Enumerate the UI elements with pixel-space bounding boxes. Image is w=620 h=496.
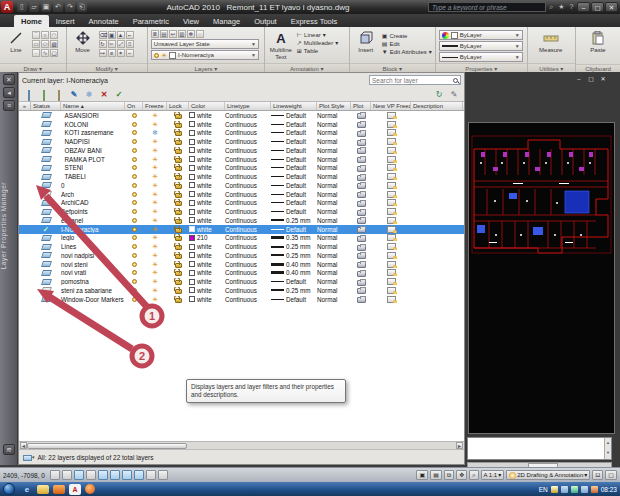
lineweight[interactable]: Default: [271, 278, 317, 285]
table-button[interactable]: ⊞Table: [297, 47, 338, 54]
plot-icon[interactable]: [351, 260, 371, 268]
plot-icon[interactable]: [351, 190, 371, 198]
new-vp-freeze-icon[interactable]: [371, 252, 411, 259]
plot-icon[interactable]: [351, 278, 371, 286]
color-swatch[interactable]: white: [189, 252, 225, 259]
lineweight[interactable]: 0.40 mm: [271, 269, 317, 276]
new-vp-freeze-icon[interactable]: [371, 278, 411, 285]
scale-icon[interactable]: ⤢: [117, 40, 125, 48]
panel-label-draw[interactable]: Draw ▾: [0, 63, 66, 72]
lineweight[interactable]: Default: [271, 129, 317, 136]
column-header-color[interactable]: Color: [189, 102, 225, 110]
start-button[interactable]: [3, 483, 15, 495]
ribbon-tab-annotate[interactable]: Annotate: [82, 15, 126, 27]
linetype[interactable]: Continuous: [225, 261, 271, 268]
on-bulb-icon[interactable]: [125, 227, 143, 232]
freeze-icon[interactable]: ☀: [143, 234, 167, 241]
linetype[interactable]: Continuous: [225, 156, 271, 163]
statusbar-toggle-5[interactable]: [98, 470, 108, 480]
lock-icon[interactable]: [167, 208, 189, 215]
statusbar-toggle-6[interactable]: [110, 470, 120, 480]
plot-icon[interactable]: [351, 269, 371, 277]
lock-icon[interactable]: [167, 173, 189, 180]
favorites-star-icon[interactable]: ★: [557, 2, 566, 12]
panel-label-modify[interactable]: Modify ▾: [67, 63, 147, 72]
on-bulb-icon[interactable]: [125, 244, 143, 249]
freeze-icon[interactable]: ☀: [143, 217, 167, 224]
set-current-button[interactable]: ✓: [113, 89, 125, 100]
color-swatch[interactable]: white: [189, 278, 225, 285]
lock-icon[interactable]: [167, 147, 189, 154]
layer-name[interactable]: _RAMKA PLOT: [61, 156, 125, 163]
lock-icon[interactable]: [167, 191, 189, 198]
on-bulb-icon[interactable]: [125, 139, 143, 144]
lineweight-dropdown[interactable]: ByLayer▼: [439, 41, 523, 51]
column-header-freeze[interactable]: Freeze: [143, 102, 167, 110]
layer-off-icon[interactable]: ◌: [196, 30, 204, 38]
freeze-icon[interactable]: ☀: [143, 191, 167, 198]
multileader-button[interactable]: ↗Multileader ▾: [297, 39, 338, 46]
lineweight[interactable]: Default: [271, 164, 317, 171]
new-group-filter-button[interactable]: [38, 89, 50, 100]
autocad-logo-icon[interactable]: A: [1, 1, 13, 13]
freeze-icon[interactable]: ☀: [143, 296, 167, 303]
freeze-icon[interactable]: ☀: [143, 243, 167, 250]
ribbon-tab-manage[interactable]: Manage: [206, 15, 247, 27]
layer-row[interactable]: _ASANSIORI☀whiteContinuousDefaultNormal: [19, 111, 464, 120]
palette-close-icon[interactable]: ✕: [3, 74, 15, 85]
new-vp-freeze-icon[interactable]: [371, 156, 411, 163]
cleanscreen-icon[interactable]: ▢: [605, 470, 617, 480]
plot-icon[interactable]: [351, 164, 371, 172]
plot-icon[interactable]: [351, 243, 371, 251]
lock-icon[interactable]: [167, 269, 189, 276]
lineweight[interactable]: Default: [271, 121, 317, 128]
statusbar-toggle-9[interactable]: [146, 470, 156, 480]
media-player-icon[interactable]: [53, 485, 65, 494]
linetype[interactable]: Continuous: [225, 112, 271, 119]
new-vp-freeze-icon[interactable]: [371, 182, 411, 189]
layer-row[interactable]: _NADPISI☀whiteContinuousDefaultNormal: [19, 137, 464, 146]
freeze-icon[interactable]: ☀: [143, 147, 167, 154]
tray-icon-4[interactable]: [591, 486, 598, 493]
freeze-icon[interactable]: ☀: [143, 252, 167, 259]
lineweight[interactable]: 0.25 mm: [271, 252, 317, 259]
lineweight[interactable]: Default: [271, 296, 317, 303]
ribbon-tab-insert[interactable]: Insert: [49, 15, 82, 27]
ribbon-tab-view[interactable]: View: [176, 15, 206, 27]
layer-name[interactable]: 0: [61, 182, 125, 189]
linetype[interactable]: Continuous: [225, 287, 271, 294]
lock-icon[interactable]: [167, 182, 189, 189]
layer-row[interactable]: _RAMKA PLOT☀whiteContinuousDefaultNormal: [19, 155, 464, 164]
lineweight[interactable]: 0.25 mm: [271, 243, 317, 250]
lineweight[interactable]: Default: [271, 208, 317, 215]
layer-name[interactable]: I-Nomeraciya: [61, 226, 125, 233]
doc-restore-icon[interactable]: ▢: [586, 75, 596, 83]
ribbon-tab-home[interactable]: Home: [14, 15, 49, 27]
layer-row[interactable]: novi vrati☀whiteContinuous0.40 mmNormal: [19, 269, 464, 278]
new-vp-freeze-icon[interactable]: [371, 243, 411, 250]
freeze-icon[interactable]: ☀: [143, 173, 167, 180]
color-swatch[interactable]: white: [189, 261, 225, 268]
on-bulb-icon[interactable]: [125, 183, 143, 188]
color-swatch[interactable]: white: [189, 129, 225, 136]
freeze-icon[interactable]: ☀: [143, 226, 167, 233]
freeze-icon[interactable]: ☀: [143, 138, 167, 145]
new-vp-freeze-icon[interactable]: [371, 112, 411, 119]
drawing-canvas[interactable]: [468, 122, 615, 434]
color-swatch[interactable]: white: [189, 173, 225, 180]
command-scrollbar[interactable]: ▲▼: [604, 438, 611, 459]
on-bulb-icon[interactable]: [125, 209, 143, 214]
circle-icon[interactable]: ○: [41, 31, 49, 39]
panel-label-layers[interactable]: Layers ▾: [148, 63, 264, 72]
freeze-icon[interactable]: ☀: [143, 164, 167, 171]
model-tab-icon[interactable]: ▣: [416, 470, 428, 480]
security-shield-icon[interactable]: [551, 486, 558, 493]
layer-name[interactable]: novi steni: [61, 261, 125, 268]
lineweight[interactable]: Default: [271, 112, 317, 119]
quickview-icon[interactable]: ⧉: [444, 470, 454, 480]
tray-icon-3[interactable]: [581, 486, 588, 493]
palette-autohide-icon[interactable]: ◂: [3, 87, 15, 98]
layer-prev-icon[interactable]: ↩: [169, 30, 177, 38]
color-swatch[interactable]: white: [189, 296, 225, 303]
layer-properties-icon[interactable]: ≣: [151, 30, 159, 38]
